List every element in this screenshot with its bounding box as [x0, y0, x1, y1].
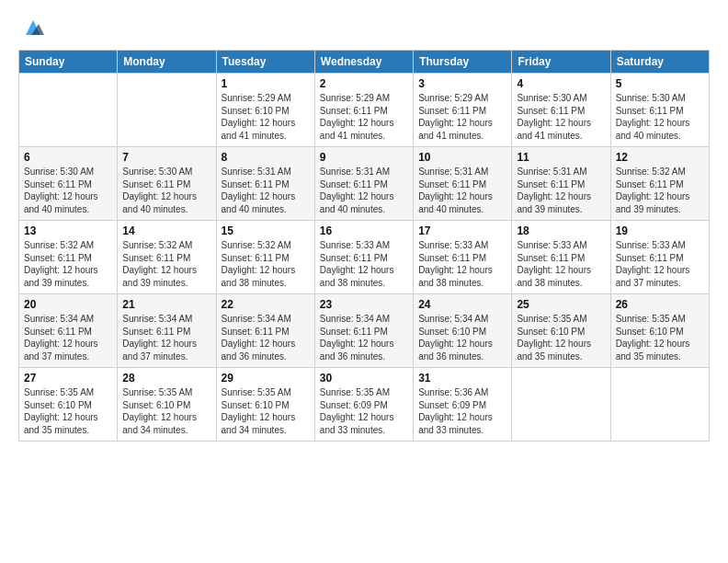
day-number: 31: [418, 372, 506, 385]
calendar-header-friday: Friday: [512, 51, 610, 74]
day-info: Sunrise: 5:31 AM Sunset: 6:11 PM Dayligh…: [517, 166, 605, 215]
day-number: 23: [320, 298, 408, 311]
calendar-cell: 19Sunrise: 5:33 AM Sunset: 6:11 PM Dayli…: [610, 221, 709, 294]
calendar-cell: [512, 368, 610, 442]
day-info: Sunrise: 5:32 AM Sunset: 6:11 PM Dayligh…: [122, 239, 210, 289]
calendar-cell: 31Sunrise: 5:36 AM Sunset: 6:09 PM Dayli…: [414, 368, 512, 442]
day-number: 27: [24, 372, 112, 385]
day-number: 1: [222, 77, 310, 90]
calendar-cell: 27Sunrise: 5:35 AM Sunset: 6:10 PM Dayli…: [19, 368, 118, 442]
calendar-week-row: 20Sunrise: 5:34 AM Sunset: 6:11 PM Dayli…: [19, 294, 710, 368]
calendar-cell: [19, 74, 118, 147]
logo-text: [18, 15, 46, 40]
day-info: Sunrise: 5:35 AM Sunset: 6:10 PM Dayligh…: [517, 313, 605, 362]
calendar-cell: 30Sunrise: 5:35 AM Sunset: 6:09 PM Dayli…: [314, 368, 413, 442]
calendar-cell: [610, 368, 709, 442]
day-info: Sunrise: 5:35 AM Sunset: 6:10 PM Dayligh…: [122, 386, 210, 436]
logo: [18, 15, 46, 40]
calendar-cell: 2Sunrise: 5:29 AM Sunset: 6:11 PM Daylig…: [314, 74, 413, 147]
calendar-header-saturday: Saturday: [610, 51, 709, 74]
day-number: 6: [24, 151, 112, 164]
day-number: 7: [122, 151, 210, 164]
day-info: Sunrise: 5:31 AM Sunset: 6:11 PM Dayligh…: [222, 166, 310, 215]
calendar-cell: 11Sunrise: 5:31 AM Sunset: 6:11 PM Dayli…: [512, 147, 610, 221]
day-number: 10: [418, 151, 506, 164]
day-info: Sunrise: 5:34 AM Sunset: 6:11 PM Dayligh…: [122, 313, 210, 362]
calendar-header-tuesday: Tuesday: [216, 51, 314, 74]
calendar-week-row: 27Sunrise: 5:35 AM Sunset: 6:10 PM Dayli…: [19, 368, 710, 442]
day-number: 11: [517, 151, 605, 164]
day-info: Sunrise: 5:29 AM Sunset: 6:10 PM Dayligh…: [222, 92, 310, 142]
day-info: Sunrise: 5:30 AM Sunset: 6:11 PM Dayligh…: [122, 166, 210, 215]
day-number: 20: [24, 298, 112, 311]
calendar-cell: 15Sunrise: 5:32 AM Sunset: 6:11 PM Dayli…: [216, 221, 314, 294]
day-info: Sunrise: 5:33 AM Sunset: 6:11 PM Dayligh…: [517, 239, 605, 289]
day-number: 26: [616, 298, 704, 311]
calendar-cell: 22Sunrise: 5:34 AM Sunset: 6:11 PM Dayli…: [216, 294, 314, 368]
day-info: Sunrise: 5:30 AM Sunset: 6:11 PM Dayligh…: [24, 166, 112, 215]
day-info: Sunrise: 5:34 AM Sunset: 6:10 PM Dayligh…: [418, 313, 506, 362]
calendar-header-sunday: Sunday: [19, 51, 118, 74]
day-number: 29: [222, 372, 310, 385]
day-number: 9: [320, 151, 408, 164]
day-info: Sunrise: 5:32 AM Sunset: 6:11 PM Dayligh…: [24, 239, 112, 289]
calendar-header-wednesday: Wednesday: [314, 51, 413, 74]
calendar-header-monday: Monday: [118, 51, 216, 74]
day-number: 3: [418, 77, 506, 90]
day-info: Sunrise: 5:31 AM Sunset: 6:11 PM Dayligh…: [320, 166, 408, 215]
page: SundayMondayTuesdayWednesdayThursdayFrid…: [0, 0, 728, 563]
day-info: Sunrise: 5:34 AM Sunset: 6:11 PM Dayligh…: [222, 313, 310, 362]
calendar-cell: 26Sunrise: 5:35 AM Sunset: 6:10 PM Dayli…: [610, 294, 709, 368]
day-number: 30: [320, 372, 408, 385]
calendar-cell: 5Sunrise: 5:30 AM Sunset: 6:11 PM Daylig…: [610, 74, 709, 147]
calendar-cell: 7Sunrise: 5:30 AM Sunset: 6:11 PM Daylig…: [118, 147, 216, 221]
calendar-table: SundayMondayTuesdayWednesdayThursdayFrid…: [18, 50, 710, 442]
day-number: 5: [616, 77, 704, 90]
day-number: 19: [616, 224, 704, 237]
calendar-cell: 14Sunrise: 5:32 AM Sunset: 6:11 PM Dayli…: [118, 221, 216, 294]
day-info: Sunrise: 5:33 AM Sunset: 6:11 PM Dayligh…: [320, 239, 408, 289]
day-info: Sunrise: 5:35 AM Sunset: 6:10 PM Dayligh…: [616, 313, 704, 362]
calendar-cell: 6Sunrise: 5:30 AM Sunset: 6:11 PM Daylig…: [19, 147, 118, 221]
calendar-cell: 1Sunrise: 5:29 AM Sunset: 6:10 PM Daylig…: [216, 74, 314, 147]
calendar-cell: 16Sunrise: 5:33 AM Sunset: 6:11 PM Dayli…: [314, 221, 413, 294]
day-info: Sunrise: 5:34 AM Sunset: 6:11 PM Dayligh…: [24, 313, 112, 362]
day-number: 8: [222, 151, 310, 164]
calendar-cell: 18Sunrise: 5:33 AM Sunset: 6:11 PM Dayli…: [512, 221, 610, 294]
day-info: Sunrise: 5:29 AM Sunset: 6:11 PM Dayligh…: [418, 92, 506, 142]
calendar-cell: 13Sunrise: 5:32 AM Sunset: 6:11 PM Dayli…: [19, 221, 118, 294]
calendar-cell: 24Sunrise: 5:34 AM Sunset: 6:10 PM Dayli…: [414, 294, 512, 368]
calendar-cell: 29Sunrise: 5:35 AM Sunset: 6:10 PM Dayli…: [216, 368, 314, 442]
calendar-cell: 8Sunrise: 5:31 AM Sunset: 6:11 PM Daylig…: [216, 147, 314, 221]
day-number: 25: [517, 298, 605, 311]
calendar-cell: 28Sunrise: 5:35 AM Sunset: 6:10 PM Dayli…: [118, 368, 216, 442]
day-number: 28: [122, 372, 210, 385]
calendar-cell: 20Sunrise: 5:34 AM Sunset: 6:11 PM Dayli…: [19, 294, 118, 368]
day-info: Sunrise: 5:32 AM Sunset: 6:11 PM Dayligh…: [616, 166, 704, 215]
calendar-cell: 23Sunrise: 5:34 AM Sunset: 6:11 PM Dayli…: [314, 294, 413, 368]
calendar-week-row: 1Sunrise: 5:29 AM Sunset: 6:10 PM Daylig…: [19, 74, 710, 147]
header: [18, 15, 710, 40]
day-number: 22: [222, 298, 310, 311]
calendar-cell: 12Sunrise: 5:32 AM Sunset: 6:11 PM Dayli…: [610, 147, 709, 221]
day-info: Sunrise: 5:35 AM Sunset: 6:09 PM Dayligh…: [320, 386, 408, 436]
day-info: Sunrise: 5:36 AM Sunset: 6:09 PM Dayligh…: [418, 386, 506, 436]
day-number: 4: [517, 77, 605, 90]
day-number: 2: [320, 77, 408, 90]
day-info: Sunrise: 5:29 AM Sunset: 6:11 PM Dayligh…: [320, 92, 408, 142]
calendar-header-thursday: Thursday: [414, 51, 512, 74]
logo-icon: [20, 15, 46, 40]
day-number: 24: [418, 298, 506, 311]
calendar-cell: 10Sunrise: 5:31 AM Sunset: 6:11 PM Dayli…: [414, 147, 512, 221]
calendar-cell: 17Sunrise: 5:33 AM Sunset: 6:11 PM Dayli…: [414, 221, 512, 294]
calendar-week-row: 6Sunrise: 5:30 AM Sunset: 6:11 PM Daylig…: [19, 147, 710, 221]
day-number: 18: [517, 224, 605, 237]
day-number: 17: [418, 224, 506, 237]
day-number: 16: [320, 224, 408, 237]
day-info: Sunrise: 5:30 AM Sunset: 6:11 PM Dayligh…: [616, 92, 704, 142]
day-number: 14: [122, 224, 210, 237]
day-number: 13: [24, 224, 112, 237]
calendar-cell: 3Sunrise: 5:29 AM Sunset: 6:11 PM Daylig…: [414, 74, 512, 147]
day-info: Sunrise: 5:31 AM Sunset: 6:11 PM Dayligh…: [418, 166, 506, 215]
calendar-cell: 21Sunrise: 5:34 AM Sunset: 6:11 PM Dayli…: [118, 294, 216, 368]
